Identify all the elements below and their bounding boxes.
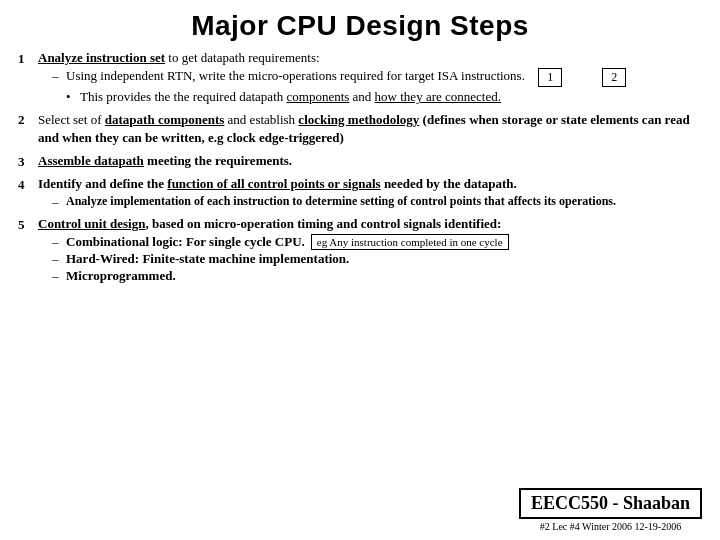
step-1-text: Analyze instruction set to get datapath …	[38, 50, 702, 105]
step-1-main: Analyze instruction set to get datapath …	[38, 50, 702, 66]
step-5-main: Control unit design, based on micro-oper…	[38, 216, 702, 232]
step-1-underline: Analyze instruction set	[38, 50, 165, 65]
step-2-text: Select set of datapath components and es…	[38, 111, 702, 147]
step-3-rest: meeting the requirements.	[144, 153, 292, 168]
step-4-main: Identify and define the function of all …	[38, 176, 702, 192]
step-1-bullet: • This provides the the required datapat…	[66, 89, 702, 105]
step-1-sub-text: Using independent RTN, write the micro-o…	[66, 68, 626, 87]
step-2-datapath: datapath components	[105, 112, 225, 127]
page: Major CPU Design Steps 1 Analyze instruc…	[0, 0, 720, 540]
step-5-comb-bold: Combinational logic: For single cycle CP…	[66, 234, 305, 249]
step-1-boxes: 1 2	[538, 68, 626, 87]
step-1-rest: to get datapath requirements:	[165, 50, 320, 65]
step-4-needed: needed by the datapath.	[381, 176, 517, 191]
step-1-components: components	[287, 89, 350, 104]
step-5-hardwired: Hard-Wired: Finite-state machine impleme…	[66, 251, 349, 267]
footer-info: #2 Lec #4 Winter 2006 12-19-2006	[540, 521, 681, 532]
step-4-function: function of all control points or signal…	[167, 176, 380, 191]
page-title: Major CPU Design Steps	[18, 10, 702, 42]
step-1-dash: –	[52, 68, 62, 84]
step-5-sub-2: – Hard-Wired: Finite-state machine imple…	[52, 251, 702, 267]
step-5-text: Control unit design, based on micro-oper…	[38, 216, 702, 284]
step-3-row: 3 Assemble datapath meeting the requirem…	[18, 153, 702, 170]
step-5-dash-1: –	[52, 234, 62, 250]
step-4-sub: – Analyze implementation of each instruc…	[52, 194, 702, 210]
step-4-row: 4 Identify and define the function of al…	[18, 176, 702, 210]
step-3-num: 3	[18, 153, 32, 170]
step-5-dash-2: –	[52, 251, 62, 267]
step-3-assemble: Assemble datapath	[38, 153, 144, 168]
step-5-comb-text: Combinational logic: For single cycle CP…	[66, 234, 305, 250]
step-1-sub: – Using independent RTN, write the micro…	[52, 68, 702, 87]
step-5-row: 5 Control unit design, based on micro-op…	[18, 216, 702, 284]
step-4-dash: –	[52, 194, 62, 210]
box-2: 2	[602, 68, 626, 87]
step-2-clocking: clocking methodology	[298, 112, 419, 127]
step-2-num: 2	[18, 111, 32, 128]
step-5-num: 5	[18, 216, 32, 233]
step-4-text: Identify and define the function of all …	[38, 176, 702, 210]
step-4-identify: Identify and define the	[38, 176, 167, 191]
step-1-bullet-text: This provides the the required datapath …	[80, 89, 501, 105]
step-1-row: 1 Analyze instruction set to get datapat…	[18, 50, 702, 105]
footer: EECC550 - Shaaban #2 Lec #4 Winter 2006 …	[18, 488, 702, 532]
step-4-sub-text: Analyze implementation of each instructi…	[66, 194, 616, 209]
content-area: 1 Analyze instruction set to get datapat…	[18, 50, 702, 484]
step-5-based: , based on micro-operation timing and co…	[145, 216, 501, 231]
step-5-dash-3: –	[52, 268, 62, 284]
box-1: 1	[538, 68, 562, 87]
step-1-num: 1	[18, 50, 32, 67]
step-1-bullet-sym: •	[66, 89, 76, 105]
step-5-control: Control unit design	[38, 216, 145, 231]
step-5-micro: Microprogrammed.	[66, 268, 176, 284]
step-2-row: 2 Select set of datapath components and …	[18, 111, 702, 147]
step-5-sub-3: – Microprogrammed.	[52, 268, 702, 284]
step-5-eg-box: eg Any instruction completed in one cycl…	[311, 234, 509, 250]
step-3-text: Assemble datapath meeting the requiremen…	[38, 153, 702, 169]
step-1-how: how they are connected.	[375, 89, 501, 104]
step-5-sub-1: – Combinational logic: For single cycle …	[52, 234, 702, 250]
step-5-comb-line: Combinational logic: For single cycle CP…	[66, 234, 509, 250]
eecc-box: EECC550 - Shaaban	[519, 488, 702, 519]
step-4-num: 4	[18, 176, 32, 193]
